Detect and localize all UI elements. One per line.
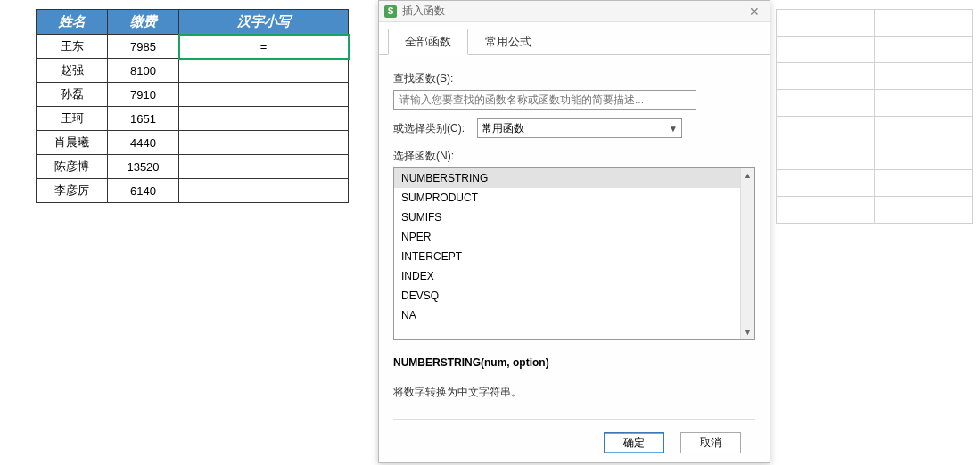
- function-item[interactable]: INTERCEPT: [394, 247, 754, 266]
- table-row: 赵强 8100: [37, 59, 349, 83]
- cell-cn[interactable]: [179, 107, 349, 131]
- function-item[interactable]: NUMBERSTRING: [394, 168, 754, 188]
- empty-cell[interactable]: [875, 143, 973, 170]
- category-label: 或选择类别(C):: [393, 121, 465, 136]
- empty-cell[interactable]: [875, 197, 973, 224]
- empty-cell[interactable]: [875, 90, 973, 117]
- cell-fee[interactable]: 13520: [108, 155, 179, 179]
- app-icon: S: [384, 5, 397, 18]
- dialog-titlebar[interactable]: S 插入函数 ✕: [379, 1, 770, 22]
- header-cn: 汉字小写: [179, 10, 349, 35]
- header-fee: 缴费: [108, 10, 179, 35]
- scrollbar[interactable]: ▲ ▼: [740, 168, 754, 339]
- cell-name[interactable]: 王东: [37, 35, 108, 59]
- cell-name[interactable]: 王珂: [37, 107, 108, 131]
- cell-fee[interactable]: 7985: [108, 35, 179, 59]
- cell-fee[interactable]: 8100: [108, 59, 179, 83]
- table-row: 王东 7985 =: [37, 35, 349, 59]
- tab-all-functions[interactable]: 全部函数: [388, 29, 468, 55]
- empty-cell[interactable]: [875, 117, 973, 143]
- dialog-title-text: 插入函数: [402, 4, 445, 19]
- scroll-down-icon[interactable]: ▼: [741, 325, 754, 339]
- empty-cell[interactable]: [875, 63, 973, 90]
- cancel-button[interactable]: 取消: [680, 432, 741, 453]
- table-row: 陈彦博 13520: [37, 155, 349, 179]
- close-icon[interactable]: ✕: [745, 4, 764, 19]
- tab-common-formula[interactable]: 常用公式: [468, 29, 548, 55]
- function-item[interactable]: NPER: [394, 227, 754, 247]
- empty-cell[interactable]: [777, 90, 875, 117]
- ok-button[interactable]: 确定: [604, 432, 664, 453]
- empty-cell[interactable]: [777, 143, 875, 170]
- table-row: 肖晨曦 4440: [37, 131, 349, 155]
- data-table: 姓名 缴费 汉字小写 王东 7985 = 赵强 8100 孙磊 7910: [36, 9, 349, 203]
- cell-fee[interactable]: 6140: [108, 179, 179, 203]
- function-list: NUMBERSTRING SUMPRODUCT SUMIFS NPER INTE…: [393, 167, 755, 340]
- insert-function-dialog: S 插入函数 ✕ 全部函数 常用公式 查找函数(S): 或选择类别(C): 常用…: [378, 0, 770, 463]
- function-description: 将数字转换为中文字符串。: [393, 385, 755, 400]
- cell-cn[interactable]: [179, 83, 349, 107]
- empty-cell[interactable]: [777, 170, 875, 197]
- function-item[interactable]: SUMPRODUCT: [394, 188, 754, 208]
- empty-cell[interactable]: [875, 37, 973, 63]
- cell-editing[interactable]: =: [179, 35, 349, 59]
- table-row: 孙磊 7910: [37, 83, 349, 107]
- scroll-up-icon[interactable]: ▲: [741, 168, 754, 183]
- cell-name[interactable]: 李彦厉: [37, 179, 108, 203]
- table-row: 王珂 1651: [37, 107, 349, 131]
- cell-cn[interactable]: [179, 155, 349, 179]
- function-signature: NUMBERSTRING(num, option): [393, 356, 755, 369]
- cell-name[interactable]: 肖晨曦: [37, 131, 108, 155]
- cell-fee[interactable]: 1651: [108, 107, 179, 131]
- cell-cn[interactable]: [179, 59, 349, 83]
- cell-name[interactable]: 孙磊: [37, 83, 108, 107]
- empty-cell[interactable]: [777, 197, 875, 224]
- empty-cell[interactable]: [875, 170, 973, 197]
- empty-cell[interactable]: [777, 10, 875, 37]
- cell-cn[interactable]: [179, 131, 349, 155]
- empty-cell[interactable]: [777, 37, 875, 63]
- cell-fee[interactable]: 4440: [108, 131, 179, 155]
- search-label: 查找函数(S):: [393, 71, 755, 86]
- dialog-footer: 确定 取消: [393, 419, 755, 453]
- category-select[interactable]: 常用函数 ▼: [477, 118, 682, 138]
- cell-cn[interactable]: [179, 179, 349, 203]
- chevron-down-icon: ▼: [669, 124, 678, 134]
- cell-name[interactable]: 赵强: [37, 59, 108, 83]
- function-item[interactable]: INDEX: [394, 266, 754, 286]
- empty-cell[interactable]: [875, 10, 973, 37]
- search-input[interactable]: [393, 90, 696, 110]
- dialog-tabs: 全部函数 常用公式: [379, 28, 770, 55]
- function-item[interactable]: SUMIFS: [394, 208, 754, 227]
- cell-name[interactable]: 陈彦博: [37, 155, 108, 179]
- empty-cell[interactable]: [777, 117, 875, 143]
- select-function-label: 选择函数(N):: [393, 149, 755, 164]
- header-name: 姓名: [37, 10, 108, 35]
- table-body: 王东 7985 = 赵强 8100 孙磊 7910 王珂 1651 肖晨曦: [37, 35, 349, 203]
- function-item[interactable]: DEVSQ: [394, 286, 754, 306]
- cell-fee[interactable]: 7910: [108, 83, 179, 107]
- dialog-body: 查找函数(S): 或选择类别(C): 常用函数 ▼ 选择函数(N): NUMBE…: [379, 55, 770, 400]
- table-row: 李彦厉 6140: [37, 179, 349, 203]
- empty-cell[interactable]: [777, 63, 875, 90]
- function-item[interactable]: NA: [394, 306, 754, 325]
- empty-grid-right: [776, 9, 973, 224]
- category-value: 常用函数: [482, 121, 524, 136]
